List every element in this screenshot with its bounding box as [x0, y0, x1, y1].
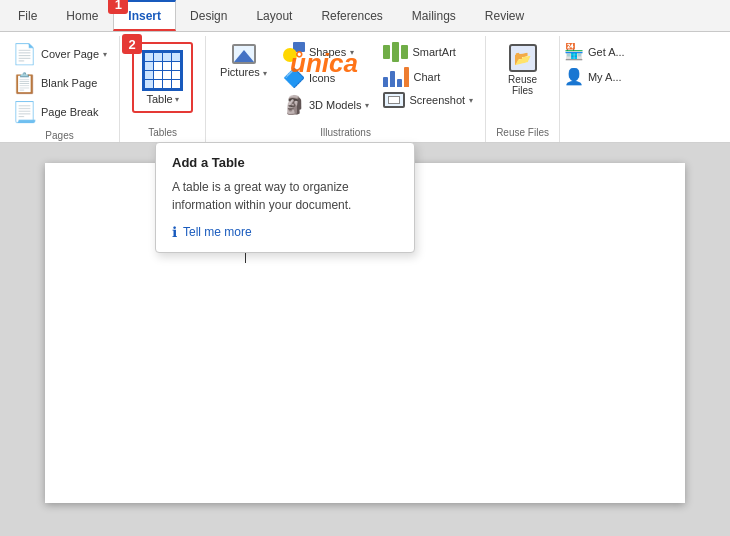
tables-content: 2 Table ▾	[132, 42, 193, 123]
reuse-files-label: ReuseFiles	[508, 74, 537, 96]
tell-me-more-link[interactable]: ℹ Tell me more	[172, 224, 398, 240]
3d-dropdown-icon: ▾	[365, 101, 369, 110]
3d-models-icon: 🗿	[283, 94, 305, 116]
reuse-content: 📂 ReuseFiles	[499, 40, 547, 123]
pages-content: 📄 Cover Page ▾ 📋 Blank Page 📃 Page Break	[8, 40, 111, 126]
cover-page-icon: 📄	[12, 42, 37, 66]
blank-page-button[interactable]: 📋 Blank Page	[8, 69, 111, 97]
smartart-icon	[383, 42, 408, 62]
my-addins-label: My A...	[588, 71, 622, 83]
cover-page-dropdown-icon: ▾	[103, 50, 107, 59]
illustrations-content: Pictures ▾ Shapes ▾ 🔷	[214, 40, 477, 123]
my-addins-icon: 👤	[564, 67, 584, 86]
illus-col3: SmartArt Chart	[379, 40, 477, 110]
icons-button[interactable]: 🔷 Icons	[279, 65, 374, 91]
get-addins-label: Get A...	[588, 46, 625, 58]
info-circle-icon: ℹ	[172, 224, 177, 240]
reuse-files-button[interactable]: 📂 ReuseFiles	[499, 40, 547, 100]
pages-col: 📄 Cover Page ▾ 📋 Blank Page 📃 Page Break	[8, 40, 111, 126]
tooltip-description: A table is a great way to organize infor…	[172, 178, 398, 214]
tab-insert[interactable]: 1 Insert	[113, 0, 176, 31]
table-grid-icon	[142, 50, 183, 91]
tab-layout[interactable]: Layout	[242, 0, 307, 31]
ribbon-body: 📄 Cover Page ▾ 📋 Blank Page 📃 Page Break…	[0, 32, 730, 142]
shapes-button[interactable]: Shapes ▾	[279, 40, 374, 64]
reuse-files-icon: 📂	[509, 44, 537, 72]
shapes-icon	[283, 42, 305, 62]
ribbon: File Home 1 Insert Design Layout Referen…	[0, 0, 730, 143]
smartart-button[interactable]: SmartArt	[379, 40, 477, 64]
group-illustrations: Pictures ▾ Shapes ▾ 🔷	[206, 36, 486, 142]
illus-col2: Shapes ▾ 🔷 Icons 🗿 3D Models ▾	[279, 40, 374, 118]
icons-icon: 🔷	[283, 67, 305, 89]
screenshot-button[interactable]: Screenshot ▾	[379, 90, 477, 110]
get-addins-button[interactable]: 🏪 Get A...	[560, 40, 629, 63]
blank-page-icon: 📋	[12, 71, 37, 95]
screenshot-dropdown-icon: ▾	[469, 96, 473, 105]
reuse-label: Reuse Files	[496, 123, 549, 142]
pictures-dropdown-icon: ▾	[263, 69, 267, 78]
group-pages: 📄 Cover Page ▾ 📋 Blank Page 📃 Page Break…	[0, 36, 120, 142]
tab-file[interactable]: File	[4, 0, 52, 31]
table-label: Table ▾	[146, 93, 178, 105]
pictures-button[interactable]: Pictures ▾	[214, 40, 273, 82]
get-addins-icon: 🏪	[564, 42, 584, 61]
chart-button[interactable]: Chart	[379, 65, 477, 89]
3d-models-button[interactable]: 🗿 3D Models ▾	[279, 92, 374, 118]
illustrations-label: Illustrations	[320, 123, 371, 142]
addins-area: 🏪 Get A... 👤 My A...	[560, 36, 635, 142]
chart-icon	[383, 67, 409, 87]
shapes-dropdown-icon: ▾	[350, 48, 354, 57]
tooltip-popup: Add a Table A table is a great way to or…	[155, 142, 415, 253]
page-break-icon: 📃	[12, 100, 37, 124]
my-addins-button[interactable]: 👤 My A...	[560, 65, 629, 88]
step1-badge: 1	[108, 0, 128, 14]
pictures-icon	[232, 44, 256, 64]
cover-page-button[interactable]: 📄 Cover Page ▾	[8, 40, 111, 68]
tab-design[interactable]: Design	[176, 0, 242, 31]
step2-badge: 2	[122, 34, 142, 54]
table-button[interactable]: Table ▾	[136, 46, 189, 109]
table-dropdown-icon: ▾	[175, 95, 179, 104]
tell-me-more-label: Tell me more	[183, 225, 252, 239]
screenshot-icon	[383, 92, 405, 108]
pictures-label: Pictures ▾	[220, 66, 267, 78]
tab-mailings[interactable]: Mailings	[398, 0, 471, 31]
tables-label: Tables	[148, 123, 177, 142]
tooltip-title: Add a Table	[172, 155, 398, 170]
tab-references[interactable]: References	[307, 0, 397, 31]
tab-bar: File Home 1 Insert Design Layout Referen…	[0, 0, 730, 32]
group-reuse: 📂 ReuseFiles Reuse Files	[486, 36, 560, 142]
table-btn-wrapper: 2 Table ▾	[132, 42, 193, 113]
tab-review[interactable]: Review	[471, 0, 539, 31]
tab-home[interactable]: Home	[52, 0, 113, 31]
group-tables: 2 Table ▾	[120, 36, 206, 142]
page-break-button[interactable]: 📃 Page Break	[8, 98, 111, 126]
